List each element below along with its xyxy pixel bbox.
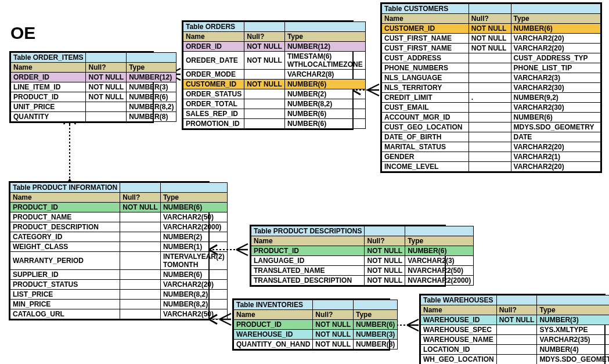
table-cell: PRODUCT_STATUS [10, 280, 120, 290]
table-cell: CREDIT_LIMIT [382, 93, 469, 103]
table-cell [469, 103, 511, 113]
table-product-descriptions: Table PRODUCT DESCRIPTIONSNameNull?TypeP… [250, 225, 446, 287]
table-cell: WAREHOUSE_ID [234, 330, 313, 340]
table-caption: Table INVENTORIES [234, 300, 313, 310]
table-cell: CUST_EMAIL [382, 103, 469, 113]
table-cell: ORDER_MODE [183, 70, 244, 80]
table-cell: VARCHAR2(20) [160, 280, 227, 290]
column-header: Name [251, 236, 365, 246]
table-cell [469, 113, 511, 122]
table-cell: CUST_ADDRESS_TYP [511, 53, 600, 63]
table-cell [120, 232, 161, 242]
table-cell: NUMBER(9,2) [511, 93, 600, 103]
table-cell: NUMBER(12) [284, 42, 365, 52]
table-cell: CATALOG_URL [10, 309, 120, 319]
table-cell: DATE [511, 132, 600, 142]
table-cell: NUMBER(4) [537, 345, 609, 355]
table-cell: CUST_GEO_LOCATION [382, 122, 469, 132]
table-cell: VARCHAR2(8) [284, 70, 365, 80]
table-cell: ACCOUNT_MGR_ID [382, 113, 469, 122]
table-cell: TRANSLATED_DESCRIPTION [251, 276, 365, 286]
table-cell [120, 300, 161, 309]
table-cell [496, 335, 537, 345]
table-cell: ORDER_STATUS [183, 89, 244, 99]
table-cell: NOT NULL [365, 276, 405, 286]
column-header: Null? [244, 32, 285, 42]
table-cell: NUMBER(3) [537, 315, 609, 325]
table-cell: NOT NULL [120, 203, 161, 212]
column-header: Null? [469, 14, 511, 24]
table-cell: PROMOTION_ID [183, 119, 244, 129]
table-cell: PRODUCT_ID [11, 92, 86, 102]
table-cell: VARCHAR2(30) [511, 83, 600, 93]
column-header: Type [511, 14, 600, 24]
column-header: Type [160, 193, 227, 203]
column-header: Null? [120, 193, 161, 203]
table-cell: CATEGORY_ID [10, 232, 120, 242]
table-cell [244, 109, 285, 119]
table-cell: NVARCHAR2(2000) [405, 276, 474, 286]
table-cell: CUST_FIRST_NAME [382, 44, 469, 53]
table-cell: NOT NULL [469, 44, 511, 53]
table-cell [469, 122, 511, 132]
table-cell: NUMBER(2) [160, 232, 227, 242]
table-cell: NOT NULL [244, 42, 285, 52]
table-cell: NUMBER(3) [127, 82, 176, 92]
column-header: Type [405, 236, 474, 246]
column-header: Null? [496, 305, 537, 315]
table-cell: NOT NULL [244, 80, 285, 89]
column-header: Null? [365, 236, 405, 246]
table-cell: GENDER [382, 152, 469, 162]
table-cell: CUSTOMER_ID [382, 24, 469, 34]
table-cell: PHONE_LIST_TIP [511, 63, 600, 73]
table-cell: NLS_TERRITORY [382, 83, 469, 93]
table-cell: MDYS.SDO_GEOMETRY [537, 355, 609, 365]
table-cell: NOT NULL [365, 256, 405, 266]
table-cell: NUMBER(6) [511, 113, 600, 122]
table-cell [120, 290, 161, 300]
table-cell [120, 242, 161, 252]
table-cell: VARCHAR2(3) [405, 256, 474, 266]
table-cell [86, 102, 127, 112]
table-cell: VARCHAR2(3) [511, 73, 600, 83]
table-cell: NOT NULL [86, 82, 127, 92]
table-cell: WAREHOUSE_SPEC [421, 325, 497, 335]
table-cell: LINE_ITEM_ID [11, 82, 86, 92]
table-caption: Table CUSTOMERS [382, 4, 469, 14]
table-cell: . [469, 93, 511, 103]
table-cell: PRODUCT_NAME [10, 212, 120, 222]
table-cell: SUPPLIER_ID [10, 270, 120, 280]
table-cell: INTERVALYEAR(2)TOMONTH [160, 252, 227, 270]
column-header: Name [234, 310, 313, 320]
table-cell [496, 355, 537, 365]
table-cell: NUMBER(6) [160, 270, 227, 280]
table-cell [120, 212, 161, 222]
table-cell: NOT NULL [469, 24, 511, 34]
table-cell: NOT NULL [244, 52, 285, 70]
table-cell [496, 325, 537, 335]
table-cell: NUMBER(6) [284, 80, 365, 89]
column-header: Null? [313, 310, 354, 320]
diagram-title: OE [10, 23, 35, 43]
table-cell: ORDER_ID [11, 73, 86, 82]
table-cell [469, 83, 511, 93]
table-cell: MIN_PRICE [10, 300, 120, 309]
table-cell: NOT NULL [365, 246, 405, 256]
table-cell [469, 73, 511, 83]
table-cell [469, 152, 511, 162]
table-orders: Table ORDERSNameNull?TypeORDER_IDNOT NUL… [182, 20, 354, 130]
table-cell: NUMBER(6) [511, 24, 600, 34]
table-cell [86, 112, 127, 122]
table-cell: QUANTITY [11, 112, 86, 122]
table-cell [469, 132, 511, 142]
table-cell [244, 119, 285, 129]
table-cell: VARCHAR2(50) [160, 309, 227, 319]
table-cell: NUMBER(3) [354, 330, 398, 340]
column-header: Name [183, 32, 244, 42]
table-cell [244, 99, 285, 109]
table-cell: VARCHAR2(20) [511, 142, 600, 152]
table-cell: LIST_PRICE [10, 290, 120, 300]
table-inventories: Table INVENTORIESNameNull?TypePRODUCT_ID… [232, 298, 390, 351]
table-cell [244, 89, 285, 99]
table-cell: ORDER_ID [183, 42, 244, 52]
